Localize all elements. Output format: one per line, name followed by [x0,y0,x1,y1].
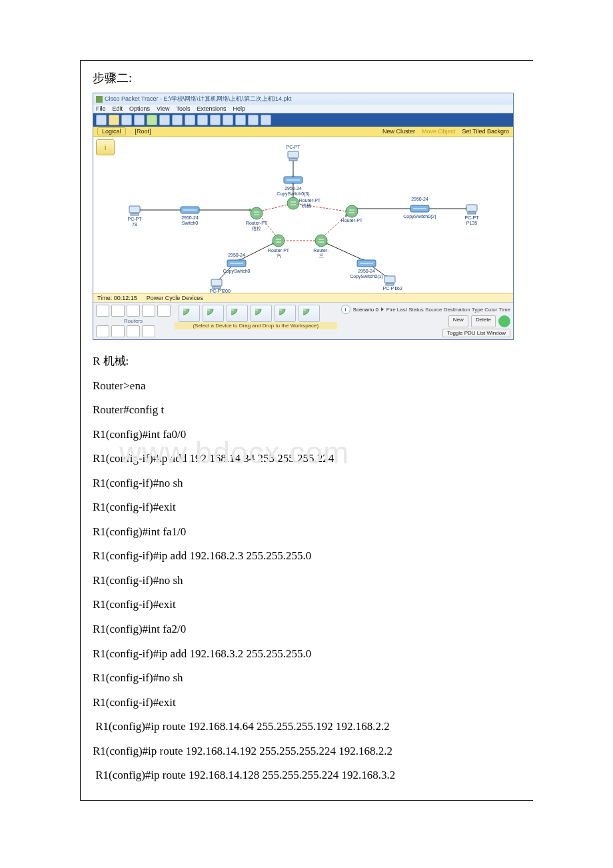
palette-label: Routers [96,318,171,324]
cfg-line: R1(config-if)#ip add 192.168.3.2 255.255… [93,642,521,667]
device-2811-icon[interactable] [275,305,296,322]
menu-edit[interactable]: Edit [113,105,123,112]
cfg-line: R1(config-if)#ip add 192.168.2.3 255.255… [93,544,521,569]
menu-file[interactable]: File [96,105,106,112]
device-1841-icon[interactable] [203,305,224,322]
svg-text:CopySwitch0: CopySwitch0 [223,269,251,274]
btn-new-cluster[interactable]: New Cluster [382,128,415,135]
document-page: 步骤二: Cisco Packet Tracer - E:\学校\网络\计算机网… [0,0,613,868]
pt-favicon [96,96,103,103]
device-generic-icon[interactable] [299,305,320,322]
pt-canvas[interactable]: i [93,137,513,293]
svg-text:CopySwitch0(3): CopySwitch0(3) [277,191,309,197]
palette-connections-icon[interactable] [157,305,171,317]
cfg-line: R1(config)#int fa1/0 [93,520,521,545]
cfg-line: R1(config)#ip route 192.168.14.64 255.25… [93,715,521,739]
status-pill-icon [498,315,510,327]
device-2621-icon[interactable] [251,305,272,322]
device-2620-icon[interactable] [227,305,248,322]
device-category-palette[interactable]: Routers [96,305,171,337]
btn-set-tiled[interactable]: Set Tiled Backgro [462,128,509,135]
content-frame: 步骤二: Cisco Packet Tracer - E:\学校\网络\计算机网… [80,60,533,801]
svg-text:162: 162 [394,286,402,291]
packet-tracer-window: Cisco Packet Tracer - E:\学校\网络\计算机网络\上机\… [93,93,514,340]
svg-text:信控: 信控 [252,226,261,231]
menu-options[interactable]: Options [129,105,150,112]
palette-routers-icon[interactable] [96,305,109,317]
toolbar-redo-icon[interactable] [197,115,208,125]
pt-menubar[interactable]: File Edit Options View Tools Extensions … [93,105,513,113]
simulation-panel: i Scenario 0 Fire Last Status Source Des… [341,305,510,337]
menu-help[interactable]: Help [233,105,245,112]
cfg-line: R1(config-if)#no sh [93,569,521,593]
toolbar-wizard-icon[interactable] [147,115,157,125]
toolbar-copy-icon[interactable] [159,115,170,125]
svg-text:Router-PT: Router-PT [246,221,268,225]
cfg-line: R1(config)#int fa2/0 [93,617,521,642]
cfg-line: R1(config)#ip route 192.168.14.128 255.2… [93,763,521,788]
btn-toggle-pdu[interactable]: Toggle PDU List Window [442,329,510,337]
svg-line-13 [293,203,346,211]
cfg-line: R1(config-if)#exit [93,495,521,520]
svg-text:Router-PT: Router-PT [341,218,363,223]
menu-view[interactable]: View [157,105,169,112]
toolbar-zoomreset-icon[interactable] [223,115,233,125]
toolbar-new-icon[interactable] [96,115,107,125]
pt-bottom-panel: Routers [93,302,513,339]
pt-timebar: Time: 00:12:15 Power Cycle Devices [93,293,513,302]
toolbar-open-icon[interactable] [109,115,119,125]
toolbar-draw-icon[interactable] [248,115,259,125]
svg-text:PC-PT: PC-PT [210,289,225,293]
cfg-line: R1(config-if)#no sh [93,666,521,691]
svg-text:CopySwitch0(1): CopySwitch0(1) [350,274,382,279]
cfg-line: R1(config-if)#ip add 192.168.14.34 255.2… [93,447,521,471]
info-icon[interactable]: i [341,305,350,314]
dropdown-icon[interactable] [381,307,384,311]
device-hint: (Select a Device to Drag and Drop to the… [175,322,337,329]
menu-tools[interactable]: Tools [176,105,190,112]
palette-switches-icon[interactable] [111,305,125,317]
svg-text:汽: 汽 [277,253,281,258]
svg-text:机械: 机械 [302,203,311,208]
svg-text:Switch0: Switch0 [182,221,199,225]
palette-wireless-icon[interactable] [142,305,155,317]
scenario-label[interactable]: Scenario 0 [353,307,378,313]
toolbar-paste-icon[interactable] [172,115,183,125]
toolbar-print-icon[interactable] [134,115,145,125]
router-config-block: R 机械: Router>ena Router#config t www.bdo… [93,349,521,788]
palette-end-icon[interactable] [96,325,109,337]
toolbar-save-icon[interactable] [121,115,132,125]
cfg-line: Router>ena [93,374,521,399]
cfg-line: R1(config-if)#no sh [93,471,521,496]
toolbar-undo-icon[interactable] [185,115,195,125]
pdu-columns: Fire Last Status Source Destination Type… [386,307,510,313]
power-cycle-button[interactable]: Power Cycle Devices [147,295,203,301]
palette-hubs-icon[interactable] [127,305,140,317]
menu-extensions[interactable]: Extensions [197,105,226,112]
svg-text:2950-24: 2950-24 [411,197,428,201]
svg-text:PC-PT: PC-PT [128,217,143,221]
toolbar-custom-icon[interactable] [261,115,271,125]
svg-text:2950-24: 2950-24 [228,253,245,257]
btn-new[interactable]: New [448,315,468,327]
svg-text:Router-PT: Router-PT [268,248,290,253]
root-label[interactable]: [Root] [135,128,151,135]
palette-custom-icon[interactable] [127,325,140,337]
topology-svg: PC-PT 2950-24CopySwitch0(3) Router-PT机械 … [93,137,513,293]
svg-text:78: 78 [132,222,137,227]
pt-titlebar: Cisco Packet Tracer - E:\学校\网络\计算机网络\上机\… [93,93,513,105]
svg-text:2950-24: 2950-24 [285,186,302,191]
svg-text:200: 200 [223,289,231,293]
toolbar-zoomin-icon[interactable] [210,115,221,125]
cfg-line: R1(config-if)#exit [93,593,521,617]
device-1811-icon[interactable] [179,305,200,322]
btn-delete[interactable]: Delete [471,315,496,327]
palette-wan-icon[interactable] [111,325,125,337]
svg-text:P135: P135 [466,221,477,225]
btn-move-object[interactable]: Move Object [422,128,456,135]
tab-logical[interactable]: Logical [97,127,126,135]
pt-toolbar [93,113,513,127]
toolbar-zoomout-icon[interactable] [235,115,246,125]
palette-multi-icon[interactable] [142,325,155,337]
device-picker[interactable] [175,305,337,322]
